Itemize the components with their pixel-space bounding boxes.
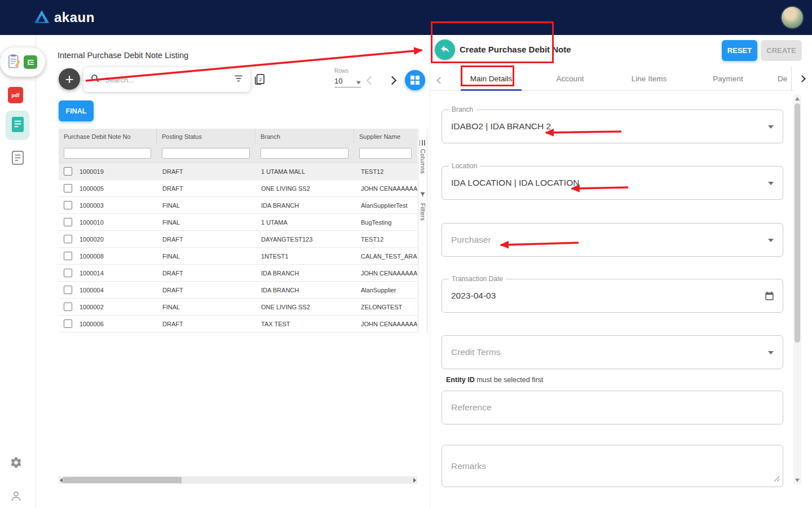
copy-view-button[interactable]: 2 — [253, 72, 266, 87]
row-checkbox[interactable] — [64, 167, 72, 176]
cell-note-no: 1000006 — [80, 321, 104, 327]
table-row[interactable]: 1000010 FINAL 1 UTAMA BugTesting — [59, 214, 417, 231]
header-branch[interactable]: Branch — [255, 129, 354, 144]
cell-supplier: BugTesting — [361, 219, 391, 226]
scroll-right-arrow[interactable] — [413, 478, 416, 483]
header-posting-status[interactable]: Posting Status — [157, 129, 255, 144]
search-icon — [90, 73, 100, 86]
sidebar-item-quick-note[interactable] — [0, 47, 45, 77]
remarks-textarea[interactable]: Remarks — [442, 445, 783, 487]
cell-supplier: AlanSupplierTest — [361, 202, 408, 209]
transaction-date-label: Transaction Date — [449, 275, 506, 283]
cell-supplier: AlanSupplier — [361, 287, 396, 294]
horizontal-scrollbar[interactable] — [59, 476, 417, 484]
prev-page-button[interactable] — [368, 76, 374, 86]
scroll-left-arrow[interactable] — [60, 478, 63, 483]
tabs-scroll-right[interactable] — [791, 67, 812, 91]
pages-count: 2 — [259, 77, 262, 82]
branch-value: IDABO2 | IDA BRANCH 2 — [451, 121, 551, 132]
filter-input-branch[interactable] — [261, 148, 348, 159]
branch-select[interactable]: Branch IDABO2 | IDA BRANCH 2 — [442, 110, 783, 143]
tab-account[interactable]: Account — [531, 67, 610, 91]
header-purchase-debit-note-no[interactable]: Purchase Debit Note No — [59, 129, 157, 144]
tab-payment[interactable]: Payment — [689, 67, 767, 91]
next-page-button[interactable] — [389, 76, 395, 86]
reference-input[interactable]: Reference — [442, 391, 783, 424]
row-checkbox[interactable] — [64, 286, 72, 294]
filters-toggle[interactable]: Filters — [420, 203, 426, 221]
row-checkbox[interactable] — [64, 235, 72, 243]
cell-posting-status: DRAFT — [162, 287, 183, 294]
rows-per-page: Rows 10 — [334, 68, 364, 87]
cell-note-no: 1000008 — [80, 253, 104, 260]
row-checkbox[interactable] — [64, 252, 72, 260]
status-filter-chip[interactable]: FINAL — [59, 100, 94, 121]
vertical-scrollbar[interactable] — [793, 95, 801, 484]
table-row[interactable]: 1000019 DRAFT 1 UTAMA MALL TEST12 — [59, 163, 417, 180]
grid-view-button[interactable] — [405, 70, 425, 90]
chevron-down-icon — [768, 125, 774, 129]
location-select[interactable]: Location IDA LOCATION | IDA LOCATION — [442, 166, 783, 200]
table-row[interactable]: 1000006 DRAFT TAX TEST JOHN CENAAAAAA — [59, 316, 417, 332]
filter-input-supplier[interactable] — [359, 148, 412, 159]
tab-line-items[interactable]: Line Items — [610, 67, 689, 91]
table-row[interactable]: 1000005 DRAFT ONE LIVING SS2 JOHN CENAAA… — [59, 180, 417, 197]
grid-icon — [411, 76, 420, 85]
scroll-down-arrow[interactable] — [795, 479, 800, 482]
horizontal-scroll-thumb[interactable] — [63, 477, 182, 483]
table-row[interactable]: 1000020 DRAFT DAYANGTEST123 TEST12 — [59, 231, 417, 248]
tab-main-details[interactable]: Main Details — [452, 67, 531, 91]
sidebar-item-pdf[interactable]: pdf — [8, 87, 23, 103]
row-checkbox[interactable] — [64, 218, 72, 226]
row-checkbox[interactable] — [64, 319, 72, 328]
columns-toggle[interactable]: Columns — [420, 149, 426, 174]
cell-posting-status: DRAFT — [162, 321, 183, 327]
purchaser-select[interactable]: Purchaser — [442, 223, 783, 257]
rows-select[interactable]: 10 — [334, 77, 361, 87]
back-button[interactable] — [435, 40, 455, 60]
cell-supplier: JOHN CENAAAAAA — [361, 270, 417, 277]
create-button[interactable]: CREATE — [761, 40, 802, 61]
credit-terms-placeholder: Credit Terms — [451, 347, 501, 357]
cell-supplier: JOHN CENAAAAAA — [361, 321, 417, 327]
row-checkbox[interactable] — [64, 303, 72, 311]
table-row[interactable]: 1000004 DRAFT IDA BRANCH AlanSupplier — [59, 282, 417, 299]
table-row[interactable]: 1000014 DRAFT IDA BRANCH JOHN CENAAAAAA — [59, 265, 417, 282]
table-filter-row — [59, 144, 417, 163]
table-row[interactable]: 1000008 FINAL 1NTEST1 CALAN_TEST_ARAP_2 — [59, 248, 417, 265]
filter-input-posting-status[interactable] — [162, 148, 250, 159]
resize-handle-icon[interactable] — [774, 474, 780, 484]
row-checkbox[interactable] — [64, 184, 72, 192]
vertical-scroll-thumb[interactable] — [795, 103, 800, 343]
filter-input-note-no[interactable] — [64, 148, 151, 159]
scroll-up-arrow[interactable] — [795, 97, 800, 100]
table-row[interactable]: 1000002 FINAL ONE LIVING SS2 ZELONGTEST — [59, 299, 417, 316]
credit-terms-select[interactable]: Credit Terms — [442, 335, 783, 369]
reset-button[interactable]: RESET — [722, 40, 757, 61]
list-doc-icon — [11, 157, 24, 167]
row-checkbox[interactable] — [64, 201, 72, 209]
table-row[interactable]: 1000003 FINAL IDA BRANCH AlanSupplierTes… — [59, 197, 417, 214]
search-input[interactable] — [105, 76, 229, 84]
cell-supplier: TEST12 — [361, 236, 383, 243]
sidebar-item-invoices-active[interactable] — [6, 111, 29, 140]
transaction-date-field[interactable]: Transaction Date 2023-04-03 — [442, 279, 783, 313]
chevron-down-icon — [768, 351, 774, 354]
tabs-scroll-left[interactable] — [438, 75, 443, 85]
settings-button[interactable] — [10, 456, 23, 471]
table-body: 1000019 DRAFT 1 UTAMA MALL TEST12 100000… — [59, 163, 417, 332]
calendar-icon[interactable] — [764, 291, 775, 304]
header-supplier-name[interactable]: Supplier Name — [354, 129, 417, 144]
filter-list-icon[interactable] — [233, 73, 244, 86]
gear-icon — [10, 461, 23, 471]
row-checkbox[interactable] — [64, 269, 72, 277]
reference-placeholder: Reference — [451, 402, 492, 413]
add-record-button[interactable]: + — [59, 68, 80, 90]
cell-branch: 1NTEST1 — [261, 253, 288, 260]
profile-button[interactable] — [10, 490, 22, 504]
purchaser-placeholder: Purchaser — [451, 235, 491, 245]
sidebar: pdf — [0, 35, 36, 508]
user-avatar[interactable] — [782, 7, 803, 28]
tab-delivery-truncated[interactable]: De — [767, 67, 791, 91]
sidebar-item-listing[interactable] — [11, 150, 24, 168]
